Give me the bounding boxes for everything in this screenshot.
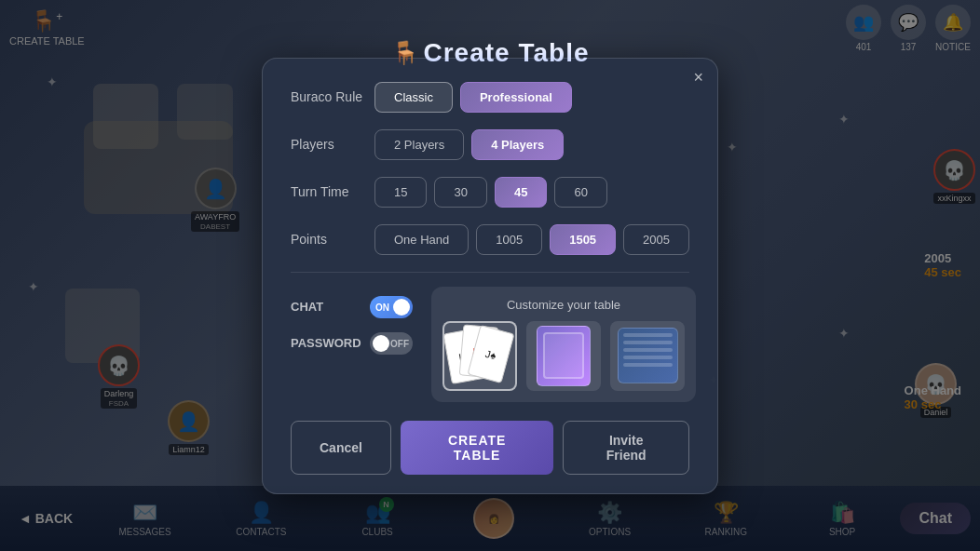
blue-table-back (618, 328, 678, 383)
time-60-button[interactable]: 60 (554, 177, 606, 208)
modal-overlay: 🪑 Create Table × Buraco Rule Classic Pro… (0, 0, 980, 551)
close-button[interactable]: × (693, 68, 703, 87)
points-1505-button[interactable]: 1505 (550, 224, 616, 255)
toggle-controls: CHAT ON PASSWORD OFF (291, 287, 413, 355)
invite-friend-button[interactable]: Invite Friend (563, 421, 689, 475)
divider (291, 272, 689, 273)
password-toggle-text: OFF (390, 338, 409, 348)
line1 (623, 333, 673, 337)
line2 (623, 341, 673, 344)
players-row: Players 2 Players 4 Players (291, 129, 689, 160)
chat-toggle-knob (393, 299, 410, 316)
cancel-button[interactable]: Cancel (291, 421, 391, 475)
players-options: 2 Players 4 Players (374, 129, 564, 160)
cards-option-3[interactable] (610, 321, 685, 391)
time-30-button[interactable]: 30 (434, 177, 486, 208)
card-pattern (543, 332, 585, 379)
customize-section: CHAT ON PASSWORD OFF Customize your tab (291, 287, 689, 402)
password-toggle-row: PASSWORD OFF (291, 332, 413, 355)
turn-time-row: Turn Time 15 30 45 60 (291, 177, 689, 208)
turn-time-label: Turn Time (291, 184, 374, 199)
cards-option-1[interactable]: K♠ K♥ J♠ (442, 321, 517, 391)
points-options: One Hand 1005 1505 2005 (374, 224, 689, 255)
line5 (623, 363, 673, 367)
players-2-button[interactable]: 2 Players (374, 129, 464, 160)
create-table-confirm-button[interactable]: CREATE TABLE (401, 421, 553, 475)
buraco-rule-row: Buraco Rule Classic Professional (291, 82, 689, 113)
time-15-button[interactable]: 15 (374, 177, 427, 208)
buraco-label: Buraco Rule (291, 89, 374, 104)
password-toggle[interactable]: OFF (370, 332, 413, 355)
points-label: Points (291, 232, 374, 247)
players-4-button[interactable]: 4 Players (471, 129, 564, 160)
time-45-button[interactable]: 45 (495, 177, 547, 208)
points-onehand-button[interactable]: One Hand (374, 224, 469, 255)
card-options: K♠ K♥ J♠ (442, 321, 685, 391)
chat-toggle-text: ON (375, 302, 389, 312)
buraco-classic-button[interactable]: Classic (374, 82, 453, 113)
line4 (623, 356, 673, 359)
cards-stack: K♠ K♥ J♠ (447, 326, 512, 386)
points-row: Points One Hand 1005 1505 2005 (291, 224, 689, 255)
password-toggle-knob (373, 335, 389, 352)
create-table-modal: 🪑 Create Table × Buraco Rule Classic Pro… (262, 58, 718, 494)
customize-title: Customize your table (442, 298, 685, 312)
purple-card-back (537, 326, 591, 386)
line3 (623, 348, 673, 352)
cards-option-2[interactable] (526, 321, 601, 391)
modal-title-area: 🪑 Create Table (391, 38, 590, 68)
chat-label: CHAT (291, 300, 356, 314)
chat-toggle[interactable]: ON (370, 296, 413, 318)
password-label: PASSWORD (291, 336, 356, 350)
players-label: Players (291, 137, 374, 152)
points-1005-button[interactable]: 1005 (476, 224, 542, 255)
turn-time-options: 15 30 45 60 (374, 177, 607, 208)
buraco-professional-button[interactable]: Professional (460, 82, 572, 113)
customize-cards-area: Customize your table K♠ K♥ J♠ (431, 287, 696, 402)
chat-toggle-row: CHAT ON (291, 296, 413, 318)
modal-title: Create Table (424, 38, 590, 68)
buraco-options: Classic Professional (374, 82, 572, 113)
action-buttons: Cancel CREATE TABLE Invite Friend (291, 421, 689, 475)
points-2005-button[interactable]: 2005 (623, 224, 689, 255)
